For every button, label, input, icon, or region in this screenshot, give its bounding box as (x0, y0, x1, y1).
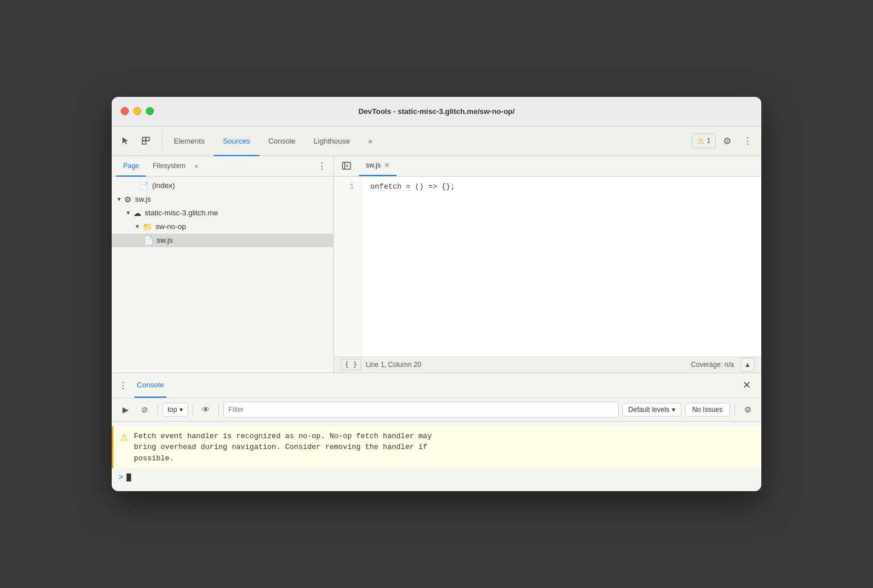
left-panel: Page Filesystem » ⋮ 📄 (index) ▼ (112, 156, 334, 373)
svg-rect-3 (342, 162, 350, 169)
warning-icon: ⚠ (697, 136, 704, 145)
devtools-tab-list: Elements Sources Console Lighthouse » (165, 126, 692, 156)
block-button[interactable]: ⊘ (137, 402, 153, 418)
tab-elements[interactable]: Elements (165, 127, 214, 156)
tree-item-swjs-file[interactable]: 📄 sw.js (112, 234, 333, 247)
console-toolbar: ▶ ⊘ top ▾ 👁 Default levels ▾ No Issues ⚙ (112, 398, 761, 422)
cloud-icon: ☁ (133, 209, 141, 218)
coverage-label: Coverage: n/a (691, 361, 734, 369)
window-title: DevTools - static-misc-3.glitch.me/sw-no… (358, 107, 515, 116)
editor-tabs: sw.js ✕ (334, 156, 761, 177)
console-settings-button[interactable]: ⚙ (740, 402, 756, 418)
chevron-down-icon: ▼ (134, 223, 140, 230)
line-numbers: 1 (334, 177, 361, 357)
status-bar: { } Line 1, Column 20 Coverage: n/a ▲ (334, 357, 761, 373)
status-bar-right: Coverage: n/a ▲ (691, 358, 754, 371)
settings-button[interactable]: ⚙ (718, 132, 736, 150)
tree-item-swjs-root[interactable]: ▼ ⚙ sw.js (112, 193, 333, 206)
console-input-line[interactable]: > (112, 468, 761, 487)
run-button[interactable]: ▶ (117, 402, 133, 418)
panel-tab-page[interactable]: Page (116, 157, 146, 177)
no-issues-button[interactable]: No Issues (685, 403, 730, 416)
svg-rect-2 (142, 141, 146, 144)
chevron-down-icon: ▼ (125, 210, 131, 216)
console-header: ⋮ Console ✕ (112, 373, 761, 398)
filter-input[interactable] (223, 402, 619, 418)
separator (193, 404, 193, 415)
line-number-1: 1 (334, 181, 361, 193)
chevron-down-icon: ▾ (672, 406, 675, 414)
console-tab[interactable]: Console (134, 373, 166, 398)
tree-item-domain[interactable]: ▼ ☁ static-misc-3.glitch.me (112, 206, 333, 220)
tab-console[interactable]: Console (259, 127, 305, 156)
main-content: Page Filesystem » ⋮ 📄 (index) ▼ (112, 156, 761, 373)
file-tree: 📄 (index) ▼ ⚙ sw.js ▼ ☁ static-misc-3.gl… (112, 177, 333, 373)
toolbar-right: ⚠ 1 ⚙ ⋮ (692, 132, 757, 150)
folder-icon: 📁 (142, 222, 152, 231)
devtools-toolbar: Elements Sources Console Lighthouse » ⚠ … (112, 126, 761, 156)
tab-lighthouse[interactable]: Lighthouse (305, 127, 360, 156)
svg-rect-1 (146, 137, 149, 141)
format-button[interactable]: { } (341, 359, 361, 370)
console-close-button[interactable]: ✕ (739, 377, 754, 393)
inspect-icon[interactable] (137, 132, 155, 150)
editor-tab-swjs[interactable]: sw.js ✕ (359, 156, 397, 176)
bottom-panel: ⋮ Console ✕ ▶ ⊘ top ▾ 👁 Default levels ▾ (112, 373, 761, 492)
gear-icon: ⚙ (124, 195, 132, 204)
scroll-to-top-button[interactable]: ▲ (741, 358, 754, 371)
maximize-button[interactable] (146, 107, 154, 115)
tab-more[interactable]: » (359, 127, 381, 156)
title-bar: DevTools - static-misc-3.glitch.me/sw-no… (112, 97, 761, 126)
console-cursor (127, 473, 131, 481)
warning-triangle-icon: ⚠ (120, 432, 128, 443)
console-warning-message: ⚠ Fetch event handler is recognized as n… (112, 426, 761, 469)
tab-close-button[interactable]: ✕ (384, 161, 390, 169)
code-line-1: onfetch = () => {}; (370, 181, 752, 193)
warning-badge[interactable]: ⚠ 1 (692, 133, 716, 148)
devtools-window: DevTools - static-misc-3.glitch.me/sw-no… (112, 97, 761, 492)
console-menu-button[interactable]: ⋮ (119, 380, 128, 391)
panel-tabs: Page Filesystem » ⋮ (112, 156, 333, 177)
default-levels-button[interactable]: Default levels ▾ (622, 403, 682, 416)
cursor-position: Line 1, Column 20 (366, 361, 421, 369)
tree-item-folder[interactable]: ▼ 📁 sw-no-op (112, 220, 333, 234)
js-file-icon: 📄 (144, 236, 153, 245)
chevron-down-icon: ▼ (116, 196, 122, 202)
eye-button[interactable]: 👁 (198, 402, 214, 418)
separator (218, 404, 219, 415)
cursor-icon[interactable] (116, 132, 134, 150)
code-area: 1 onfetch = () => {}; (334, 177, 761, 357)
console-prompt: > (119, 473, 123, 482)
panel-tab-more[interactable]: » (192, 156, 200, 176)
chevron-down-icon: ▾ (180, 406, 183, 414)
close-button[interactable] (121, 107, 129, 115)
panel-tab-filesystem[interactable]: Filesystem (146, 157, 192, 177)
panel-menu-button[interactable]: ⋮ (315, 161, 329, 172)
minimize-button[interactable] (133, 107, 141, 115)
traffic-lights (121, 107, 154, 115)
separator (157, 404, 158, 415)
sidebar-toggle-button[interactable] (338, 158, 354, 174)
separator (735, 404, 735, 415)
console-content: ⚠ Fetch event handler is recognized as n… (112, 422, 761, 492)
more-options-button[interactable]: ⋮ (739, 132, 757, 150)
code-content[interactable]: onfetch = () => {}; (361, 177, 761, 357)
svg-rect-0 (142, 137, 146, 141)
top-context-selector[interactable]: top ▾ (162, 403, 188, 416)
tab-sources[interactable]: Sources (214, 127, 259, 156)
toolbar-icon-group (116, 132, 162, 150)
right-panel: sw.js ✕ 1 onfetch = () => {}; { } (334, 156, 761, 373)
tree-item-index[interactable]: 📄 (index) (112, 179, 333, 193)
file-icon: 📄 (139, 181, 149, 190)
